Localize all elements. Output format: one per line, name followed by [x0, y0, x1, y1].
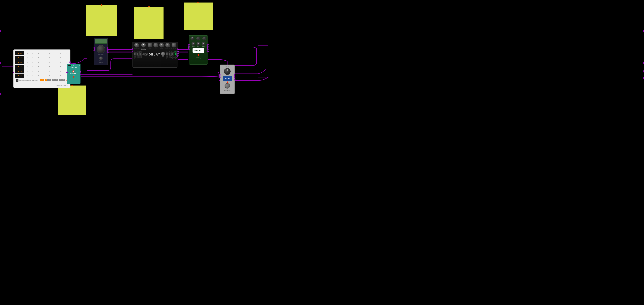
shiro-knob-repeats[interactable] — [196, 36, 200, 40]
shiro-port-right-4[interactable] — [207, 50, 209, 52]
bollie-switch-high-q-label: HIGH Q — [172, 50, 174, 52]
bollie-switch-low-q[interactable] — [139, 52, 142, 56]
seq-col-1[interactable]: 1 — [25, 51, 30, 55]
mod-volume-small-knob[interactable] — [99, 56, 103, 60]
seq-col-2[interactable]: 2 — [30, 51, 36, 55]
gain-mod-button[interactable]: MOD — [223, 76, 232, 81]
mod-vol-port-right-1[interactable] — [107, 47, 108, 49]
bollie-knob-div-l-label: DIV L — [149, 48, 151, 49]
bollie-switch-lcf-on[interactable] — [134, 52, 136, 56]
shiro-knob-tone[interactable] — [202, 36, 206, 40]
edge-port-right-1[interactable] — [643, 30, 644, 32]
seq-col-8[interactable]: 8 — [64, 51, 69, 55]
bollie-tap-knob[interactable] — [161, 52, 165, 56]
bollie-knob-feedback-label: FEEDBACK — [165, 48, 170, 49]
seq-btn-gray-1[interactable] — [47, 79, 49, 81]
bollie-switch-high-q[interactable] — [172, 52, 174, 56]
gain-footer-btn[interactable] — [224, 83, 230, 88]
bollie-knob-hcf-on[interactable] — [166, 56, 168, 58]
bollie-knob-div-l-ctrl[interactable] — [148, 43, 152, 48]
seq-col-4[interactable]: 4 — [41, 51, 46, 55]
gain-port-left-2[interactable] — [219, 76, 221, 78]
mod-vol-port-right-2[interactable] — [107, 49, 108, 51]
bollie-switch-hcf-on[interactable] — [166, 52, 168, 56]
sticky-note-3[interactable] — [184, 2, 213, 30]
distrho-toggle[interactable] — [68, 64, 72, 66]
bollie-knob-blend-ctrl[interactable] — [159, 43, 164, 48]
bollie-port-right-1[interactable] — [177, 48, 178, 50]
gain-port-right-2[interactable] — [234, 76, 236, 78]
bollie-knob-low-q[interactable] — [139, 56, 142, 58]
bollie-knob-cur-tempo[interactable] — [174, 56, 176, 58]
bollie-port-right-3[interactable] — [177, 53, 178, 54]
seq-col-3[interactable]: 3 — [36, 51, 41, 55]
seq-col-6[interactable]: 6 — [52, 51, 58, 55]
distrho-port-right-1[interactable] — [80, 72, 81, 73]
seq-btn-gray-4[interactable] — [54, 79, 56, 81]
sticky-note-1[interactable] — [86, 5, 117, 36]
gain-port-right-3[interactable] — [234, 78, 236, 80]
mod-volume-knob[interactable] — [97, 45, 105, 53]
shiro-knob-depth[interactable] — [192, 42, 195, 46]
bollie-knob-high-q[interactable] — [172, 56, 174, 58]
shiro-knob-rate[interactable] — [196, 42, 200, 46]
bollie-knob-tempo-mode-ctrl[interactable] — [134, 43, 139, 48]
bollie-port-left-2[interactable] — [132, 51, 133, 52]
seq-col-7[interactable]: 7 — [58, 51, 63, 55]
bollie-knob-user-tempo-ctrl[interactable] — [141, 43, 146, 48]
mod-vol-port-left-1[interactable] — [94, 47, 95, 49]
bollie-knob-tempo-mode-label: TEMPO MODE — [134, 48, 140, 49]
seq-btn-gray-5[interactable] — [56, 79, 58, 81]
gain-port-left-1[interactable] — [219, 74, 221, 76]
seq-btn-orange-3[interactable] — [44, 79, 46, 81]
bollie-switch-cur-tempo[interactable] — [174, 52, 176, 56]
bollie-knob-div-r-ctrl[interactable] — [154, 43, 158, 48]
mod-vol-port-left-2[interactable] — [94, 49, 95, 51]
sticky-note-4[interactable] — [58, 86, 86, 115]
shiro-port-left-3[interactable] — [188, 48, 190, 50]
seq-btn-gray-6[interactable] — [59, 79, 61, 81]
edge-port-left-1[interactable] — [0, 30, 1, 32]
sticky-note-2[interactable] — [134, 7, 164, 40]
seq-btn-orange-2[interactable] — [42, 79, 44, 81]
bollie-switch-hcf[interactable] — [168, 52, 171, 56]
bollie-knob-crossfeed-ctrl[interactable] — [172, 43, 176, 48]
seq-port-right-1[interactable] — [70, 62, 71, 63]
seq-btn-gray-3[interactable] — [52, 79, 54, 81]
bollie-knob-user-tempo-label: USER TEMPO — [141, 48, 146, 49]
bollie-knob-lcf-l[interactable] — [136, 56, 139, 58]
step-sequencer: 9·14 1 2 3 4 5 6 7 8 9·14 1 2 3 4 5 6 7 … — [14, 50, 70, 88]
bollie-switch-hcf-label: HCF — [169, 51, 170, 52]
edge-port-right-2[interactable] — [643, 62, 644, 64]
shiro-knob-delay[interactable] — [190, 36, 194, 40]
bollie-port-right-2[interactable] — [177, 51, 178, 52]
gain-knob[interactable] — [224, 68, 230, 75]
bollie-port-right-4[interactable] — [177, 55, 178, 57]
seq-btn-gray-8[interactable] — [64, 79, 66, 81]
bollie-port-left-1[interactable] — [132, 48, 133, 50]
seq-col-5[interactable]: 5 — [47, 51, 52, 55]
bollie-knob-feedback-ctrl[interactable] — [165, 43, 170, 48]
distrho-port-left[interactable] — [66, 72, 68, 73]
shiro-knob-morph[interactable] — [202, 42, 205, 46]
edge-port-right-4[interactable] — [643, 77, 644, 79]
seq-btn-orange-1[interactable] — [40, 79, 42, 81]
edge-port-left-3[interactable] — [0, 93, 1, 95]
mod-vol-port-right-3[interactable] — [107, 52, 108, 53]
distrho-port-right-2[interactable] — [80, 74, 81, 75]
seq-btn-gray-2[interactable] — [49, 79, 51, 81]
shiro-port-left-1[interactable] — [188, 44, 190, 46]
shiro-port-left-2[interactable] — [188, 46, 190, 48]
seq-btn-gray-7[interactable] — [61, 79, 63, 81]
shiro-port-right-3[interactable] — [207, 48, 209, 50]
edge-port-right-3[interactable] — [643, 70, 644, 72]
gain-port-right-1[interactable] — [234, 74, 236, 76]
shiro-port-right-2[interactable] — [207, 46, 209, 48]
bollie-knob-hcf[interactable] — [168, 56, 171, 58]
bollie-switch-lcf-l[interactable] — [136, 52, 139, 56]
edge-port-left-2[interactable] — [0, 62, 1, 64]
seq-port-left[interactable] — [13, 72, 14, 73]
pin-4 — [72, 85, 73, 86]
bollie-knob-lcf-on[interactable] — [134, 56, 136, 58]
shiro-port-right-1[interactable] — [207, 44, 209, 46]
